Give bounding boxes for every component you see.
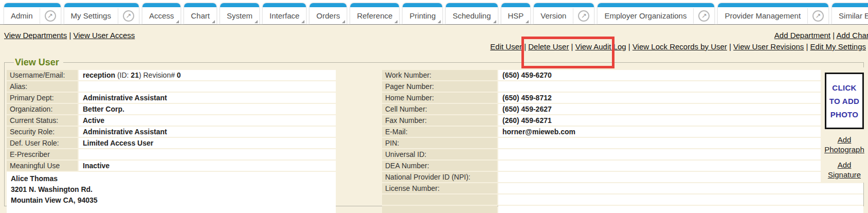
delete-user-link[interactable]: Delete User	[528, 42, 569, 51]
field-value-blank	[498, 206, 863, 213]
field-value-blank	[498, 194, 863, 205]
tab-hsp[interactable]: HSP	[501, 3, 531, 24]
tab-reference[interactable]: Reference	[350, 3, 399, 24]
tab-interface[interactable]: Interface	[263, 3, 306, 24]
field-value-current-status: Active	[79, 115, 336, 126]
tab-label: Admin	[4, 11, 40, 20]
open-in-new-icon: ↗	[578, 10, 589, 22]
field-label-pager-number: Pager Number:	[382, 81, 497, 92]
field-value-e-mail: horner@mieweb.com	[498, 127, 863, 137]
right-links-row1: Add Department | Add Chart	[774, 31, 868, 40]
dropdown-corner-icon	[176, 20, 179, 23]
view-audit-log-link[interactable]: View Audit Log	[575, 42, 626, 51]
tab-orders[interactable]: Orders	[310, 3, 347, 24]
tab-label: Similar Exposure Groups (SEGs)	[832, 11, 868, 20]
add-photograph-link[interactable]: Add Photograph	[823, 135, 865, 154]
view-user-access-link[interactable]: View User Access	[74, 31, 135, 40]
user-action-links-row: Edit User | Delete User | View Audit Log…	[4, 42, 866, 51]
tab-label: Interface	[263, 11, 306, 20]
edit-user-link[interactable]: Edit User	[490, 42, 522, 51]
tab-label: Provider Management	[718, 11, 807, 20]
field-value-dea-number	[498, 161, 863, 171]
tab-my-settings[interactable]: My Settings ↗	[64, 3, 139, 24]
view-user-revisions-link[interactable]: View User Revisions	[733, 42, 804, 51]
tab-label: Access	[142, 11, 180, 20]
dropdown-corner-icon	[342, 20, 345, 23]
tab-open-section[interactable]: ↗	[807, 8, 828, 24]
field-label-license-number: License Number:	[382, 183, 497, 193]
tab-scheduling[interactable]: Scheduling	[446, 3, 497, 24]
tab-open-section[interactable]: ↗	[118, 8, 139, 24]
open-in-new-icon: ↗	[812, 10, 824, 22]
section-title: View User	[14, 57, 63, 68]
tab-open-section[interactable]: ↗	[573, 8, 594, 24]
contact-info-table: Work Number:(650) 459-6270Pager Number:H…	[382, 70, 863, 213]
tab-label: Reference	[350, 11, 399, 20]
field-value-meaningful-use: Inactive	[79, 161, 336, 171]
view-lock-records-by-user-link[interactable]: View Lock Records by User	[632, 42, 727, 51]
tab-system[interactable]: System	[220, 3, 259, 24]
field-value-fax-number: (260) 459-6271	[498, 115, 863, 126]
add-department-link[interactable]: Add Department	[774, 31, 830, 40]
field-value-def-user-role: Limited Access User	[79, 138, 336, 148]
tab-label: System	[220, 11, 259, 20]
dropdown-corner-icon	[493, 20, 496, 23]
tab-employer-organizations[interactable]: Employer Organizations ↗	[598, 3, 714, 24]
link-separator: |	[727, 42, 733, 51]
add-signature-link[interactable]: Add Signature	[823, 160, 865, 180]
tab-open-section[interactable]: ↗	[40, 8, 61, 24]
tab-open-section[interactable]: ↗	[693, 8, 714, 24]
tab-label: Chart	[184, 11, 216, 20]
field-value-license-number	[498, 183, 863, 193]
field-label-pin: PIN:	[382, 138, 497, 148]
field-value-universal-id	[498, 149, 863, 159]
link-separator: |	[626, 42, 632, 51]
dropdown-corner-icon	[438, 20, 441, 23]
dropdown-corner-icon	[212, 20, 215, 23]
field-label-username-email: Username/Email:	[7, 70, 78, 80]
field-label-blank	[382, 206, 497, 213]
field-label-e-prescriber: E-Prescriber	[7, 149, 78, 159]
field-label-fax-number: Fax Number:	[382, 115, 497, 126]
field-label-primary-dept: Primary Dept:	[7, 93, 78, 103]
view-user-section: View User Username/Email:reception (ID: …	[4, 57, 864, 206]
field-value-pin	[498, 138, 863, 148]
link-separator: |	[804, 42, 810, 51]
add-chart-link[interactable]: Add Chart	[836, 31, 868, 40]
tab-access[interactable]: Access	[142, 3, 180, 24]
dropdown-corner-icon	[526, 20, 529, 23]
tab-similar-exposure-groups-segs[interactable]: Similar Exposure Groups (SEGs) ↗	[832, 3, 868, 24]
field-value-e-prescriber	[79, 149, 336, 159]
tab-version[interactable]: Version ↗	[534, 3, 594, 24]
open-in-new-icon: ↗	[45, 10, 56, 22]
edit-my-settings-link[interactable]: Edit My Settings	[810, 42, 866, 51]
left-links: View Departments | View User Access	[4, 31, 135, 40]
photo-column: CLICKTO ADDPHOTO Add Photograph Add Sign…	[821, 67, 868, 183]
click-to-add-photo-box[interactable]: CLICKTO ADDPHOTO	[825, 73, 864, 129]
tab-label: My Settings	[64, 11, 118, 20]
field-label-def-user-role: Def. User Role:	[7, 138, 78, 148]
field-label-dea-number: DEA Number:	[382, 161, 497, 171]
open-in-new-icon: ↗	[123, 10, 134, 22]
tab-label: Scheduling	[446, 11, 497, 20]
field-label-security-role: Security Role:	[7, 127, 78, 137]
top-tab-bar: Admin ↗ My Settings ↗ Access Chart Syste…	[0, 0, 868, 25]
tab-label: Version	[534, 11, 573, 20]
tab-label: Employer Organizations	[598, 11, 693, 20]
field-value-primary-dept: Administrative Assistant	[79, 93, 336, 103]
tab-provider-management[interactable]: Provider Management ↗	[718, 3, 828, 24]
field-value-pager-number	[498, 81, 863, 92]
view-departments-link[interactable]: View Departments	[4, 31, 67, 40]
field-value-alias	[79, 81, 336, 92]
field-value-username-email: reception (ID: 21) Revision# 0	[79, 70, 336, 80]
field-label-e-mail: E-Mail:	[382, 127, 497, 137]
field-value-security-role: Administrative Assistant	[79, 127, 336, 137]
tab-chart[interactable]: Chart	[184, 3, 216, 24]
field-value-cell-number: (650) 459-2627	[498, 104, 863, 114]
tab-printing[interactable]: Printing	[403, 3, 442, 24]
open-in-new-icon: ↗	[698, 10, 710, 22]
tab-admin[interactable]: Admin ↗	[4, 3, 61, 24]
field-value-national-provider-id-npi	[498, 172, 863, 182]
field-label-national-provider-id-npi: National Provider ID (NPI):	[382, 172, 497, 182]
dropdown-corner-icon	[394, 20, 397, 23]
